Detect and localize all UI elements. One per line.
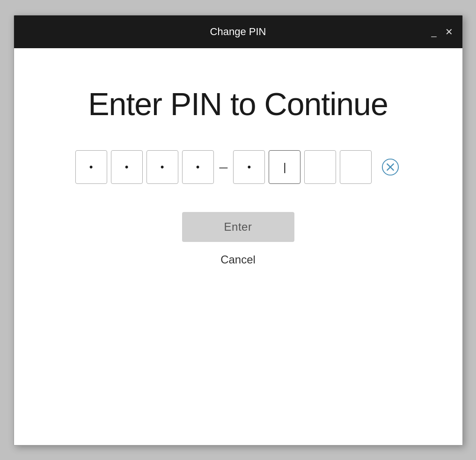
close-button[interactable]: ✕ xyxy=(445,27,453,37)
pin-box-5-value: • xyxy=(248,162,251,172)
cancel-button[interactable]: Cancel xyxy=(220,253,256,266)
pin-box-2-value: • xyxy=(125,162,129,172)
change-pin-dialog: Change PIN _ ✕ Enter PIN to Continue • •… xyxy=(14,15,463,445)
clear-pin-button[interactable] xyxy=(380,157,401,177)
pin-box-1-value: • xyxy=(89,162,93,172)
pin-box-6[interactable]: | xyxy=(269,150,300,184)
title-bar-controls: _ ✕ xyxy=(425,27,453,37)
pin-box-8[interactable] xyxy=(340,150,372,184)
clear-pin-icon xyxy=(381,158,399,176)
pin-box-2[interactable]: • xyxy=(111,150,143,184)
dialog-title: Change PIN xyxy=(51,26,425,38)
title-bar: Change PIN _ ✕ xyxy=(14,15,462,48)
pin-box-4-value: • xyxy=(196,162,200,172)
dialog-content: Enter PIN to Continue • • • • – xyxy=(14,48,462,445)
pin-box-5[interactable]: • xyxy=(233,150,265,184)
pin-separator: – xyxy=(220,158,228,175)
pin-box-3-value: • xyxy=(161,162,164,172)
minimize-button[interactable]: _ xyxy=(431,27,436,37)
pin-box-3[interactable]: • xyxy=(146,150,178,184)
pin-box-1[interactable]: • xyxy=(75,150,107,184)
pin-group-first: • • • • xyxy=(75,150,214,184)
pin-entry-area: • • • • – • | xyxy=(75,150,401,184)
pin-box-4[interactable]: • xyxy=(182,150,214,184)
pin-box-6-cursor: | xyxy=(283,161,286,173)
main-heading: Enter PIN to Continue xyxy=(88,86,388,122)
pin-group-second: • | xyxy=(233,150,372,184)
enter-button[interactable]: Enter xyxy=(182,212,294,242)
pin-box-7[interactable] xyxy=(304,150,336,184)
